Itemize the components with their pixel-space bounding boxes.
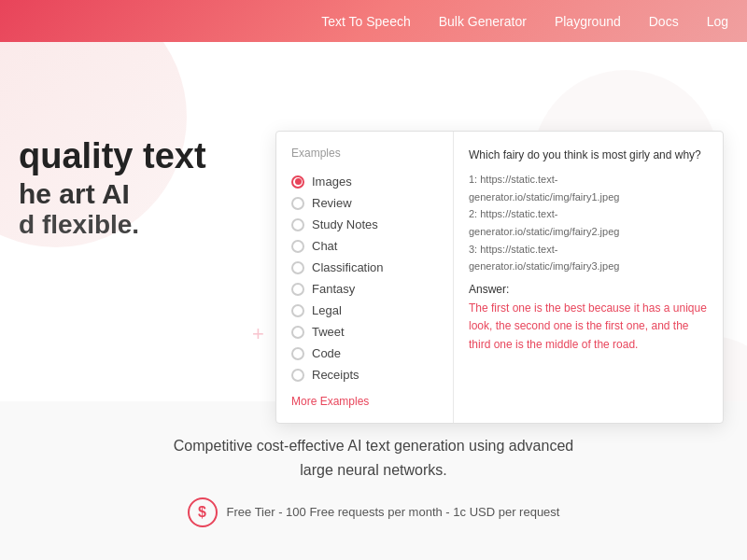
example-item-study-notes[interactable]: Study Notes	[291, 214, 438, 235]
example-item-classification[interactable]: Classification	[291, 257, 438, 278]
bottom-description: Competitive cost-effective AI text gener…	[168, 434, 579, 482]
radio-code[interactable]	[291, 347, 304, 360]
example-url-1: 1: https://static.text-generator.io/stat…	[469, 171, 708, 205]
radio-tweet[interactable]	[291, 326, 304, 339]
example-item-images[interactable]: Images	[291, 171, 438, 192]
radio-study-notes[interactable]	[291, 218, 304, 231]
example-item-tweet[interactable]: Tweet	[291, 321, 438, 343]
nav-docs[interactable]: Docs	[649, 14, 679, 29]
radio-legal[interactable]	[291, 304, 304, 317]
more-examples-link[interactable]: More Examples	[291, 395, 438, 408]
nav-log[interactable]: Log	[707, 14, 728, 29]
examples-card: Examples Images Review Study Notes Chat	[275, 131, 724, 424]
example-url-3: 3: https://static.text-generator.io/stat…	[469, 241, 708, 275]
example-question: Which fairy do you think is most girly a…	[469, 147, 708, 163]
radio-inner-images	[295, 178, 302, 185]
example-label-legal: Legal	[312, 303, 342, 317]
example-label-review: Review	[312, 196, 352, 210]
examples-preview: Which fairy do you think is most girly a…	[454, 132, 723, 423]
example-label-receipts: Receipts	[312, 368, 359, 382]
example-label-chat: Chat	[312, 239, 337, 253]
answer-text: The first one is the best because it has…	[469, 300, 708, 354]
example-url-2: 2: https://static.text-generator.io/stat…	[469, 205, 708, 240]
radio-chat[interactable]	[291, 240, 304, 253]
examples-list: Examples Images Review Study Notes Chat	[276, 132, 454, 423]
hero-line-3: d flexible.	[19, 210, 206, 240]
example-label-images: Images	[312, 175, 352, 189]
free-tier-text: Free Tier - 100 Free requests per month …	[227, 505, 560, 519]
example-label-code: Code	[312, 346, 341, 360]
main-content: + ♥ ✕ quality text he art AI d flexible.…	[0, 42, 747, 560]
radio-classification[interactable]	[291, 261, 304, 274]
header: Text To Speech Bulk Generator Playground…	[0, 0, 747, 42]
example-label-tweet: Tweet	[312, 325, 345, 339]
example-label-study-notes: Study Notes	[312, 217, 378, 231]
answer-label: Answer:	[469, 283, 708, 296]
hero-line-2: he art AI	[19, 178, 206, 210]
radio-fantasy[interactable]	[291, 283, 304, 296]
example-item-fantasy[interactable]: Fantasy	[291, 278, 438, 300]
example-item-chat[interactable]: Chat	[291, 235, 438, 257]
nav-text-to-speech[interactable]: Text To Speech	[321, 14, 410, 29]
example-label-fantasy: Fantasy	[312, 282, 355, 296]
free-tier-row: $ Free Tier - 100 Free requests per mont…	[188, 497, 560, 527]
hero-line-1: quality text	[19, 135, 206, 178]
radio-review[interactable]	[291, 197, 304, 210]
hero-section: quality text he art AI d flexible.	[19, 135, 206, 240]
example-item-receipts[interactable]: Receipts	[291, 364, 438, 385]
example-label-classification: Classification	[312, 260, 384, 274]
radio-receipts[interactable]	[291, 369, 304, 382]
example-item-code[interactable]: Code	[291, 343, 438, 364]
example-item-legal[interactable]: Legal	[291, 300, 438, 321]
nav-playground[interactable]: Playground	[555, 14, 621, 29]
example-item-review[interactable]: Review	[291, 192, 438, 214]
examples-title: Examples	[291, 147, 438, 160]
bottom-section: Competitive cost-effective AI text gener…	[0, 401, 747, 560]
radio-images[interactable]	[291, 175, 304, 189]
dollar-icon: $	[188, 497, 218, 527]
deco-plus-1: +	[252, 322, 264, 346]
nav-bulk-generator[interactable]: Bulk Generator	[439, 14, 527, 29]
